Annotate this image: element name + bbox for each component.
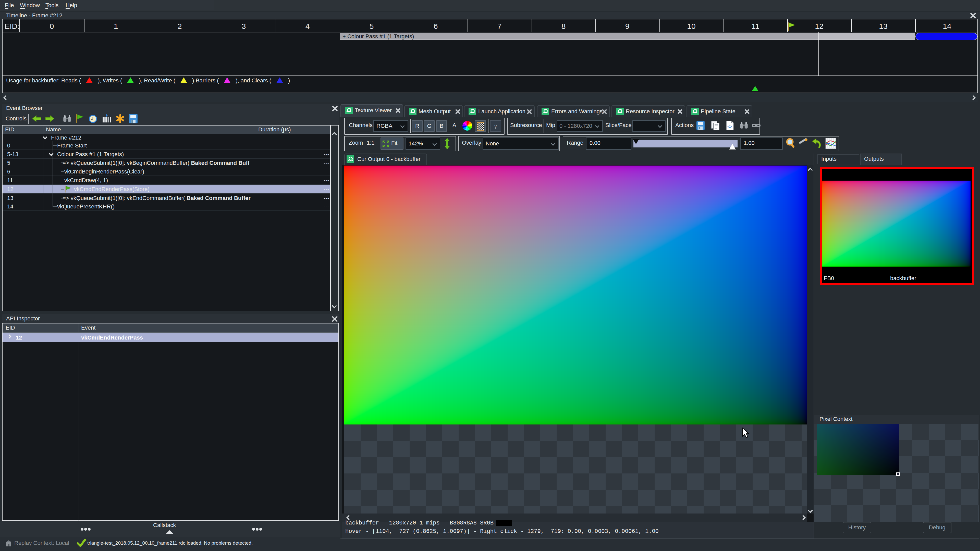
svg-text:<>: <> [727, 125, 732, 129]
